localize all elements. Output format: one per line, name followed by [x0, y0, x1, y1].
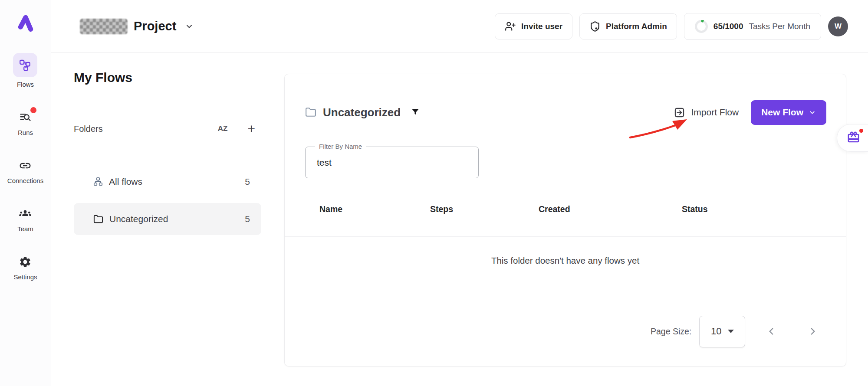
panel-folder-title: Uncategorized [323, 106, 401, 119]
project-title: Project [134, 19, 176, 33]
pagination: Page Size: 10 [651, 315, 818, 347]
folders-heading: Folders [74, 124, 103, 134]
whats-new-tab[interactable] [837, 124, 868, 152]
header-actions: Invite user Platform Admin 65/1000 Tasks… [495, 13, 848, 40]
column-header-steps: Steps [430, 204, 453, 214]
sidebar: Flows Runs [0, 0, 51, 386]
top-header: Project Invite user Platform Admin [51, 0, 868, 53]
folder-icon [305, 107, 316, 118]
folders-header: Folders AZ + [74, 122, 261, 135]
folder-item-all-flows[interactable]: All flows 5 [74, 168, 261, 195]
chevron-down-icon [185, 22, 194, 31]
panel-actions: Import Flow New Flow [674, 100, 826, 125]
invite-user-label: Invite user [521, 22, 562, 31]
censored-project-name [80, 19, 128, 34]
caret-down-icon [728, 330, 734, 333]
sidebar-item-label: Flows [17, 81, 34, 88]
usage-progress-ring [695, 20, 708, 33]
import-flow-button[interactable]: Import Flow [674, 107, 739, 118]
runs-icon [17, 110, 33, 125]
link-icon [17, 158, 33, 173]
shield-icon [589, 21, 601, 32]
sidebar-item-label: Team [17, 225, 33, 232]
sidebar-item-label: Runs [18, 129, 33, 136]
flows-icon [13, 53, 37, 77]
filter-funnel-icon[interactable] [410, 107, 421, 118]
tasks-usage-pill[interactable]: 65/1000 Tasks Per Month [684, 13, 821, 40]
tasks-label: Tasks Per Month [749, 22, 811, 31]
sidebar-item-settings[interactable]: Settings [13, 254, 37, 281]
tasks-count: 65/1000 [713, 22, 743, 31]
panel-header: Uncategorized Import Flow New Flow [305, 99, 826, 125]
column-header-status: Status [682, 204, 708, 214]
gift-icon [847, 131, 860, 146]
sidebar-item-runs[interactable]: Runs [17, 110, 33, 136]
project-switcher[interactable]: Project [80, 19, 194, 34]
team-icon [17, 206, 33, 222]
filter-by-name-input[interactable] [306, 147, 478, 178]
user-plus-icon [505, 21, 516, 32]
filter-by-name-field: Filter By Name [305, 147, 479, 178]
folder-item-uncategorized[interactable]: Uncategorized 5 [74, 203, 261, 235]
new-flow-button[interactable]: New Flow [751, 100, 826, 125]
filter-field-label: Filter By Name [315, 143, 366, 150]
column-header-name: Name [319, 204, 342, 214]
folder-name: All flows [109, 177, 142, 187]
sidebar-item-team[interactable]: Team [17, 206, 33, 232]
app-root: Flows Runs [0, 0, 868, 386]
next-page-button[interactable] [807, 326, 818, 337]
activepieces-logo[interactable] [13, 9, 38, 33]
page-title: My Flows [74, 70, 132, 85]
chevron-down-icon [809, 109, 816, 116]
folder-count: 5 [245, 177, 250, 187]
platform-admin-button[interactable]: Platform Admin [579, 13, 677, 39]
sidebar-item-label: Settings [13, 273, 37, 281]
invite-user-button[interactable]: Invite user [495, 13, 572, 39]
logo-icon [14, 10, 37, 32]
sort-az-icon[interactable]: AZ [218, 124, 228, 133]
platform-admin-label: Platform Admin [606, 22, 667, 31]
gear-icon [17, 254, 33, 270]
folder-icon [93, 214, 103, 224]
sidebar-nav: Flows Runs [7, 53, 43, 281]
avatar[interactable]: W [828, 16, 848, 36]
table-header-divider [285, 236, 846, 237]
import-icon [674, 107, 685, 118]
runs-notification-dot [30, 107, 36, 113]
page-size-value: 10 [711, 326, 721, 337]
empty-state-message: This folder doesn't have any flows yet [285, 255, 846, 266]
sidebar-item-flows[interactable]: Flows [13, 53, 37, 88]
sidebar-item-label: Connections [7, 177, 43, 184]
page-size-select[interactable]: 10 [699, 316, 745, 347]
previous-page-button[interactable] [766, 326, 777, 337]
sidebar-item-connections[interactable]: Connections [7, 158, 43, 184]
flows-panel: Uncategorized Import Flow New Flow [284, 74, 846, 366]
gift-notification-dot [859, 129, 863, 133]
table-header: Name Steps Created Status [285, 204, 846, 217]
new-flow-label: New Flow [761, 107, 803, 118]
import-flow-label: Import Flow [691, 107, 739, 118]
folder-count: 5 [245, 214, 250, 224]
page-size-label: Page Size: [651, 327, 691, 337]
add-folder-button[interactable]: + [247, 122, 255, 135]
folder-name: Uncategorized [109, 214, 168, 224]
hierarchy-icon [93, 177, 103, 186]
column-header-created: Created [539, 204, 570, 214]
